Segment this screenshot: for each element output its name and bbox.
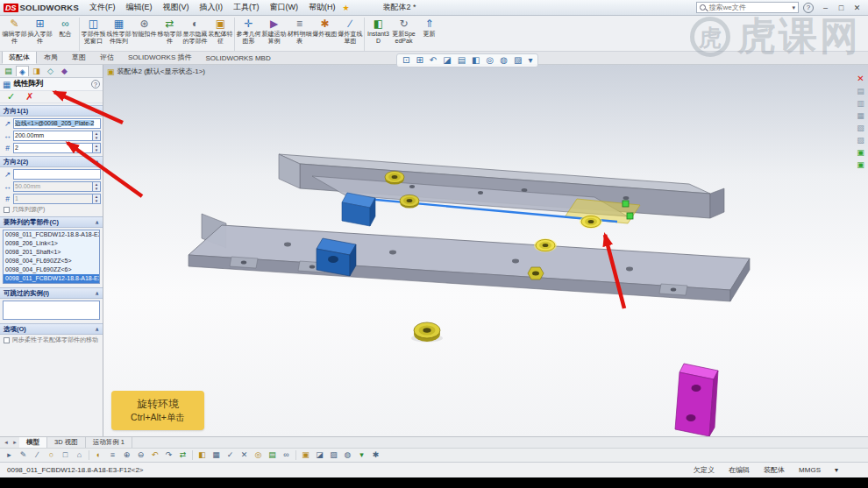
close-button[interactable]: ✕: [850, 2, 864, 14]
direction2-spacing-input[interactable]: 50.00mm: [13, 181, 93, 192]
zoom-area-icon[interactable]: ⊞: [416, 54, 423, 67]
menu-file[interactable]: 文件(F): [84, 0, 121, 15]
bottom-toolbar-icon[interactable]: ▨: [327, 449, 340, 461]
list-item[interactable]: 0098_004_FL690ZZ<5>: [4, 257, 99, 265]
flanged-bearing-selected[interactable]: [580, 215, 602, 229]
overlay-icon[interactable]: ▧: [857, 124, 864, 132]
tab-scroll-right-icon[interactable]: ▸: [11, 439, 19, 446]
direction2-group-header[interactable]: 方向2(2) ∧: [0, 156, 103, 167]
options-group-header[interactable]: 选项(O) ∧: [0, 323, 103, 335]
tab-3d-views[interactable]: 3D 视图: [47, 437, 86, 448]
ok-button[interactable]: ✓: [7, 91, 15, 103]
direction1-count-input[interactable]: 2: [13, 143, 93, 153]
skip-instances-list[interactable]: [3, 301, 100, 320]
menu-insert[interactable]: 插入(I): [194, 0, 228, 15]
bottom-toolbar-icon[interactable]: ◐: [92, 449, 105, 461]
ribbon-button-instant3d[interactable]: ◧Instant3D: [366, 17, 391, 45]
ribbon-button-assembly-features[interactable]: ▣装配体特征: [208, 17, 233, 45]
list-item[interactable]: 0098_011_FCBDW12-18.8-A18-E3-F: [4, 230, 99, 239]
bottom-toolbar-icon[interactable]: ✱: [369, 449, 382, 461]
ribbon-button-mate[interactable]: ∞配合: [53, 17, 78, 38]
tab-assembly[interactable]: 装配体: [2, 50, 37, 64]
bottom-toolbar-icon[interactable]: ▦: [210, 449, 223, 461]
close-icon[interactable]: ✕: [857, 74, 864, 83]
base-plate[interactable]: [189, 214, 750, 301]
hex-nut[interactable]: [528, 267, 544, 279]
ribbon-button-update[interactable]: ⇑更新: [416, 17, 442, 38]
tab-sketch[interactable]: 草图: [65, 50, 93, 64]
loose-flanged-bearing[interactable]: [414, 322, 440, 342]
previous-view-icon[interactable]: ↶: [430, 54, 437, 67]
skip-instances-group-header[interactable]: 可跳过的实例(I) ∧: [0, 287, 103, 299]
direction1-group-header[interactable]: 方向1(1) ∧: [0, 105, 103, 117]
tab-solidworks-addins[interactable]: SOLIDWORKS 插件: [121, 50, 198, 64]
ribbon-button-move-component[interactable]: ⇄移动零部件: [157, 17, 182, 45]
ribbon-button-show-hidden-components[interactable]: ◐显示隐藏的零部件: [182, 17, 208, 45]
bottom-toolbar-icon[interactable]: ◎: [252, 449, 265, 461]
ribbon-button-linear-component-pattern[interactable]: ▦线性零部件阵列: [106, 17, 132, 45]
overlay-icon[interactable]: ▥: [857, 99, 864, 108]
bottom-toolbar-icon[interactable]: ▣: [299, 449, 312, 461]
bottom-toolbar-icon[interactable]: ▾: [355, 449, 368, 461]
bottom-toolbar-icon[interactable]: ∕: [31, 449, 44, 461]
bottom-toolbar-icon[interactable]: ⊕: [120, 449, 133, 461]
ribbon-button-reference-geometry[interactable]: ✛参考几何图形: [236, 17, 261, 45]
featuremanager-tree-tab[interactable]: ▤: [2, 66, 15, 76]
blue-block-lower[interactable]: [317, 238, 356, 276]
hide-show-items-icon[interactable]: ◎: [487, 54, 494, 67]
bottom-toolbar-icon[interactable]: ⌂: [73, 449, 86, 461]
bottom-toolbar-icon[interactable]: ◪: [313, 449, 326, 461]
ribbon-button-bill-of-materials[interactable]: ≡材料明细表: [287, 17, 312, 45]
maximize-button[interactable]: □: [834, 2, 849, 14]
tab-evaluate[interactable]: 评估: [93, 50, 121, 64]
collapse-chevron-icon[interactable]: ∧: [95, 108, 99, 114]
count-spinner[interactable]: ▴▾: [93, 143, 101, 153]
ribbon-button-insert-component[interactable]: ⊞插入零部件: [27, 17, 53, 45]
bottom-toolbar-icon[interactable]: ↷: [162, 449, 175, 461]
overlay-green-icon[interactable]: ▣: [857, 148, 864, 157]
flanged-bearing-selected[interactable]: [534, 238, 557, 252]
direction1-spacing-input[interactable]: 200.00mm: [13, 131, 93, 141]
apply-scene-icon[interactable]: ▨: [514, 54, 522, 67]
search-dropdown-icon[interactable]: ▾: [792, 4, 795, 11]
document-tab[interactable]: ▣ 装配体2 (默认<显示状态-1>): [107, 67, 205, 76]
flanged-bearing[interactable]: [400, 194, 419, 208]
selection-handle[interactable]: [623, 201, 629, 207]
favorite-star-icon[interactable]: ★: [342, 4, 349, 12]
help-icon[interactable]: ?: [803, 3, 814, 13]
bottom-toolbar-icon[interactable]: ✎: [17, 449, 30, 461]
list-item[interactable]: 0098_201_Shaft<1>: [4, 248, 99, 257]
direction1-edge-field[interactable]: 边线<1>@0098_205_Plate-2: [13, 118, 101, 129]
ribbon-button-explode-line-sketch[interactable]: ∕爆炸直线草图: [338, 17, 363, 45]
menu-edit[interactable]: 编辑(E): [120, 0, 157, 15]
bottom-toolbar-icon[interactable]: ✕: [238, 449, 251, 461]
tab-motion-study-1[interactable]: 运动算例 1: [86, 437, 132, 448]
propertymanager-tab[interactable]: ◈: [16, 66, 29, 76]
section-view-icon[interactable]: ◪: [443, 54, 451, 67]
magenta-block[interactable]: [675, 364, 718, 436]
ribbon-button-edit-component[interactable]: ✎编辑零部件: [2, 17, 27, 45]
flanged-bearing[interactable]: [385, 171, 404, 184]
search-box[interactable]: ▾: [696, 2, 799, 13]
bottom-toolbar-icon[interactable]: ↶: [148, 449, 161, 461]
view-orientation-icon[interactable]: ▤: [458, 54, 466, 67]
spacing-spinner[interactable]: ▴▾: [93, 181, 101, 192]
collapse-chevron-icon[interactable]: ∧: [95, 326, 99, 332]
configurationmanager-tab[interactable]: ◨: [30, 66, 43, 76]
bottom-toolbar-icon[interactable]: ∞: [280, 449, 293, 461]
bottom-toolbar-icon[interactable]: ○: [45, 449, 58, 461]
sync-flexible-checkbox[interactable]: [4, 337, 10, 343]
ribbon-button-update-speedpak[interactable]: ↻更新SpeedPak: [391, 17, 416, 45]
pattern-seed-only-checkbox[interactable]: [4, 207, 10, 213]
components-to-pattern-list[interactable]: 0098_011_FCBDW12-18.8-A18-E3-F 0098_206_…: [3, 230, 100, 284]
displaymanager-tab[interactable]: ◆: [58, 66, 71, 76]
list-item-selected[interactable]: 0098_011_FCBDW12-18.8-A18-E3-F: [4, 274, 99, 283]
bottom-toolbar-icon[interactable]: □: [59, 449, 72, 461]
viewport[interactable]: ▣ 装配体2 (默认<显示状态-1>) 旋转环境 Ctrl+Alt+单击: [103, 65, 868, 436]
menu-tools[interactable]: 工具(T): [228, 0, 265, 15]
dimxpertmanager-tab[interactable]: ◇: [44, 66, 57, 76]
overlay-icon[interactable]: ▦: [857, 111, 864, 120]
bottom-toolbar-icon[interactable]: ≡: [106, 449, 119, 461]
ribbon-button-exploded-view[interactable]: ✱爆炸视图: [312, 17, 338, 38]
overlay-icon[interactable]: ▤: [857, 87, 864, 95]
